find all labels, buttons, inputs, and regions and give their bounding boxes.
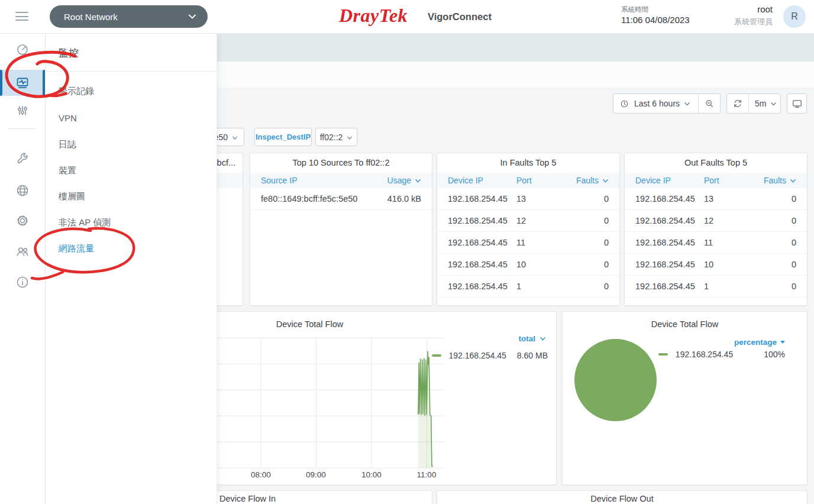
col-faults-sort[interactable]: Faults (758, 176, 796, 185)
refresh-group: 5m (726, 93, 781, 114)
menu-item-floor-plan[interactable]: 樓層圖 (45, 188, 217, 205)
dashboard-gauge-icon[interactable] (15, 42, 30, 56)
clock-icon (619, 99, 629, 109)
sort-desc-icon (790, 178, 796, 183)
col-port[interactable]: Port (704, 176, 758, 185)
dest-ip-dropdown[interactable]: ff02::2 (315, 128, 357, 146)
chevron-down-icon (188, 13, 197, 20)
col-usage-sort[interactable]: Usage (360, 176, 421, 185)
device-ip-cell: 192.168.254.45 (635, 282, 704, 291)
port-cell: 13 (704, 194, 758, 203)
configuration-sliders-icon[interactable] (15, 104, 30, 118)
table-row[interactable]: 192.168.254.45100 (437, 254, 619, 276)
table-row[interactable]: 192.168.254.45130 (625, 188, 807, 210)
menu-item-vpn[interactable]: VPN (45, 109, 217, 127)
table-row[interactable]: 192.168.254.45100 (625, 254, 807, 276)
table-row[interactable]: fe80::1649:bcff:fe5c:5e50 416.0 kB (250, 188, 432, 210)
faults-cell: 0 (758, 216, 796, 225)
col-faults-label: Faults (576, 176, 599, 185)
network-monitor-icon[interactable] (15, 76, 30, 90)
table-row[interactable]: 192.168.254.45110 (437, 232, 619, 254)
series-color-swatch (432, 354, 441, 357)
port-cell: 12 (516, 216, 571, 225)
port-cell: 1 (704, 282, 758, 291)
avatar[interactable]: R (783, 5, 806, 28)
menu-item-devices[interactable]: 裝置 (45, 161, 217, 179)
x-tick: 09:00 (299, 470, 332, 479)
table-header: Device IP Port Faults (625, 173, 807, 188)
legend-item[interactable]: 192.168.254.45 8.60 MB (432, 351, 548, 360)
time-range-group: Last 6 hours (613, 93, 721, 114)
card-in-faults: In Faults Top 5 Device IP Port Faults 19… (437, 153, 620, 306)
table-row[interactable]: 192.168.254.45120 (625, 210, 807, 232)
menu-divider (45, 71, 217, 72)
network-selector-dropdown[interactable]: Root Network (50, 5, 208, 28)
monitoring-flyout-menu: 監控 警示記錄 VPN 日誌 裝置 樓層圖 非法 AP 偵測 網路流量 (45, 33, 217, 504)
menu-item-logs[interactable]: 日誌 (45, 135, 217, 153)
menu-item-alert-logs[interactable]: 警示記錄 (45, 82, 217, 100)
table-row[interactable]: 192.168.254.45120 (437, 210, 619, 232)
port-cell: 1 (516, 282, 571, 291)
user-management-icon[interactable] (15, 244, 30, 259)
time-range-label: Last 6 hours (634, 99, 680, 108)
col-device-ip[interactable]: Device IP (448, 176, 516, 185)
faults-cell: 0 (758, 260, 796, 269)
col-device-ip[interactable]: Device IP (635, 176, 704, 185)
table-row[interactable]: 192.168.254.4510 (437, 276, 619, 298)
display-group (787, 93, 807, 114)
icon-sidebar (0, 33, 46, 504)
menu-title: 監控 (59, 46, 79, 60)
col-faults-label: Faults (764, 176, 786, 185)
time-range-button[interactable]: Last 6 hours (613, 94, 698, 113)
sort-desc-icon (415, 178, 421, 183)
user-role: 系統管理員 (734, 17, 773, 27)
about-info-icon[interactable] (15, 275, 30, 289)
card-title: In Faults Top 5 (437, 153, 619, 173)
kiosk-display-button[interactable] (787, 94, 806, 113)
faults-cell: 0 (571, 260, 609, 269)
top-bar: Root Network DrayTek VigorConnect 系統時間 1… (0, 0, 814, 34)
interval-button[interactable]: 5m (748, 94, 783, 113)
col-port[interactable]: Port (516, 176, 571, 185)
faults-cell: 0 (571, 282, 609, 291)
device-ip-cell: 192.168.254.45 (635, 238, 704, 247)
table-row[interactable]: 192.168.254.45130 (437, 188, 619, 210)
avatar-initial: R (791, 11, 798, 22)
x-tick: 08:00 (244, 470, 277, 479)
table-row[interactable]: 192.168.254.4510 (625, 276, 807, 298)
settings-gear-icon[interactable] (15, 214, 30, 228)
dest-ip-label: ff02::2 (320, 133, 343, 142)
refresh-button[interactable] (727, 94, 748, 113)
faults-cell: 0 (571, 216, 609, 225)
device-ip-cell: 192.168.254.45 (448, 260, 516, 269)
source-ip-cell: fe80::1649:bcff:fe5c:5e50 (261, 194, 360, 203)
col-faults-sort[interactable]: Faults (571, 176, 609, 185)
inspect-destip-button[interactable]: Inspect_DestIP (254, 128, 312, 146)
zoom-out-button[interactable] (698, 94, 720, 113)
sidebar-divider (8, 128, 35, 129)
chevron-down-icon (770, 99, 777, 108)
legend-value: 100% (764, 350, 785, 359)
sort-desc-icon (602, 178, 609, 183)
table-row[interactable]: 192.168.254.45110 (625, 232, 807, 254)
total-flow-pie-chart[interactable] (574, 339, 657, 421)
menu-item-label: 非法 AP 偵測 (59, 217, 111, 227)
menu-item-network-traffic[interactable]: 網路流量 (45, 240, 217, 257)
legend-value: 8.60 MB (517, 351, 548, 360)
legend-sort-total[interactable]: total (519, 334, 547, 343)
x-tick: 10:00 (355, 470, 388, 479)
hamburger-menu-icon[interactable] (15, 12, 28, 21)
col-source-ip[interactable]: Source IP (261, 176, 360, 185)
vigorconnect-app: Last 6 hours 5m (0, 0, 814, 504)
port-cell: 10 (704, 260, 758, 269)
legend-sort-percentage[interactable]: percentage (734, 338, 785, 347)
refresh-icon (732, 98, 743, 109)
maintenance-wrench-icon[interactable] (15, 153, 30, 167)
inspect-destip-label: Inspect_DestIP (256, 133, 311, 141)
legend-item[interactable]: 192.168.254.45 100% (658, 350, 785, 359)
menu-item-rogue-ap-detection[interactable]: 非法 AP 偵測 (45, 214, 217, 231)
legend-label: 192.168.254.45 (676, 350, 733, 359)
user-name: root (757, 4, 773, 14)
hotspot-globe-icon[interactable] (15, 183, 30, 198)
network-selector-label: Root Network (64, 12, 188, 22)
